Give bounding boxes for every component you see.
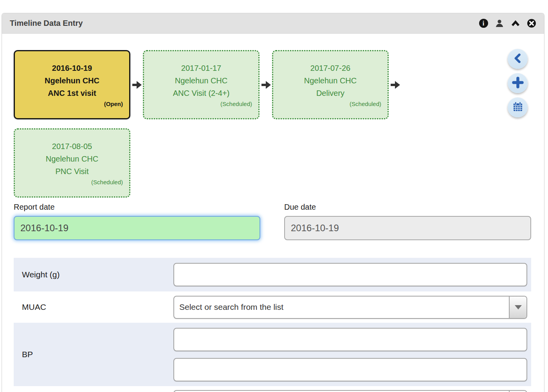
event-card-anc-1st-visit[interactable]: 2016-10-19 Ngelehun CHC ANC 1st visit (O…	[14, 50, 130, 119]
event-date: 2017-01-17	[146, 62, 256, 74]
event-stage: ANC 1st visit	[17, 87, 127, 99]
dropdown-arrow-icon[interactable]	[509, 297, 526, 318]
plus-icon	[512, 77, 524, 90]
muac-select[interactable]: Select or search from the list	[173, 296, 527, 319]
timeline-row-1: 2016-10-19 Ngelehun CHC ANC 1st visit (O…	[14, 50, 401, 119]
event-date: 2017-08-05	[17, 140, 127, 153]
due-date-label: Due date	[284, 203, 531, 212]
collapse-icon[interactable]	[511, 19, 520, 28]
event-stage: PNC Visit	[17, 165, 127, 178]
previous-button[interactable]	[508, 49, 528, 69]
arrow-right-icon	[389, 80, 401, 90]
event-stage: ANC Visit (2-4+)	[146, 87, 256, 99]
bp-diastolic-input[interactable]	[173, 358, 527, 381]
event-org-unit: Ngelehun CHC	[17, 153, 127, 165]
event-stage: Delivery	[276, 87, 385, 99]
chevron-left-icon	[512, 53, 523, 65]
dates-section: Report date Due date	[14, 203, 531, 240]
calendar-button[interactable]	[508, 97, 528, 117]
event-org-unit: Ngelehun CHC	[146, 74, 256, 87]
event-card-anc-visit-2-4[interactable]: 2017-01-17 Ngelehun CHC ANC Visit (2-4+)…	[143, 50, 260, 119]
form-row-bp: BP	[14, 323, 531, 386]
report-date-input[interactable]	[14, 216, 260, 240]
arrow-right-icon	[260, 80, 272, 90]
event-date: 2017-07-26	[276, 62, 385, 74]
report-date-label: Report date	[14, 203, 260, 212]
header-icon-group: i	[479, 19, 536, 28]
widget-title: Timeline Data Entry	[10, 19, 83, 28]
next-row-label	[14, 387, 173, 392]
info-icon[interactable]: i	[479, 19, 488, 28]
calendar-icon	[512, 101, 523, 113]
event-status: (Scheduled)	[276, 100, 385, 108]
next-row-select[interactable]	[173, 390, 527, 392]
bp-systolic-input[interactable]	[173, 328, 527, 351]
event-card-pnc-visit[interactable]: 2017-08-05 Ngelehun CHC PNC Visit (Sched…	[14, 128, 130, 198]
user-icon[interactable]	[495, 19, 504, 28]
weight-label: Weight (g)	[14, 258, 173, 291]
add-event-button[interactable]	[508, 73, 528, 93]
muac-select-placeholder: Select or search from the list	[179, 302, 283, 312]
arrow-right-icon	[130, 80, 143, 90]
widget-header: Timeline Data Entry i	[2, 13, 544, 34]
event-date: 2016-10-19	[17, 62, 127, 74]
event-status: (Scheduled)	[17, 178, 127, 186]
timeline-side-buttons	[508, 49, 528, 117]
form-row-weight: Weight (g)	[14, 258, 531, 291]
timeline-data-entry-widget: Timeline Data Entry i	[2, 13, 544, 392]
weight-input[interactable]	[173, 263, 527, 286]
bp-label: BP	[14, 323, 173, 386]
muac-label: MUAC	[14, 291, 173, 323]
close-icon[interactable]	[527, 19, 536, 28]
data-entry-form: Weight (g) MUAC Select or search from th…	[14, 258, 531, 392]
event-org-unit: Ngelehun CHC	[276, 74, 385, 87]
timeline-row-2: 2017-08-05 Ngelehun CHC PNC Visit (Sched…	[14, 128, 130, 198]
form-row-next	[14, 387, 531, 392]
due-date-input	[284, 216, 531, 240]
event-card-delivery[interactable]: 2017-07-26 Ngelehun CHC Delivery (Schedu…	[272, 50, 389, 119]
form-row-muac: MUAC Select or search from the list	[14, 291, 531, 323]
event-org-unit: Ngelehun CHC	[17, 74, 127, 87]
event-status: (Scheduled)	[146, 100, 256, 108]
event-status: (Open)	[17, 100, 127, 108]
